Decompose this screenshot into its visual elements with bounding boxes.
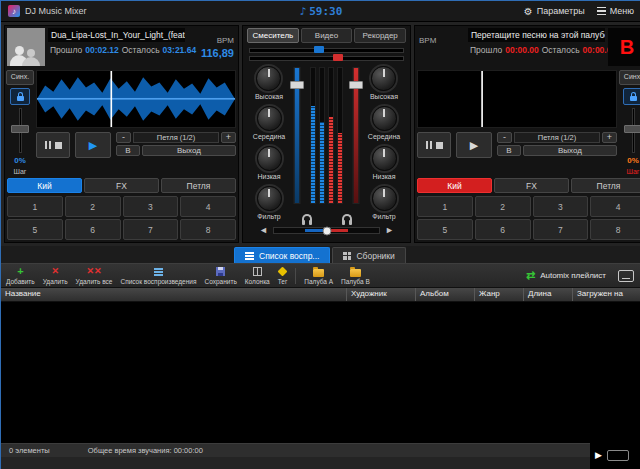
column-button[interactable]: Колонка [245, 267, 270, 285]
deck-b-tab-fx[interactable]: FX [494, 178, 569, 193]
deck-b-gain-slider[interactable] [249, 54, 404, 62]
deck-b-low-knob[interactable] [372, 146, 397, 171]
deck-b-load-button[interactable]: Палуба B [341, 267, 370, 285]
mixer-tab-mixer[interactable]: Смеситель [247, 28, 299, 43]
deck-b-pad-7[interactable]: 7 [533, 219, 589, 240]
crossfader-right-icon[interactable]: ► [385, 226, 394, 235]
deck-a-tab-fx[interactable]: FX [84, 178, 159, 193]
deck-a-pad-6[interactable]: 6 [65, 219, 121, 240]
deck-a-pad-8[interactable]: 8 [180, 219, 236, 240]
deck-b-pad-6[interactable]: 6 [475, 219, 531, 240]
deck-b-mid-knob[interactable] [372, 106, 397, 131]
deck-b-pause-stop-button[interactable] [417, 132, 451, 158]
deck-a-sync-button[interactable]: Синх. [6, 70, 34, 85]
preview-play-icon[interactable]: ▶ [595, 451, 602, 460]
deck-a-pad-3[interactable]: 3 [123, 196, 179, 217]
collections-grid-icon [343, 252, 351, 260]
deck-b-loop-plus-button[interactable]: + [602, 132, 617, 143]
deck-b-pad-2[interactable]: 2 [475, 196, 531, 217]
delete-button[interactable]: ✕ Удалить [43, 267, 68, 285]
deck-a-mid-knob[interactable] [257, 106, 282, 131]
fader-handle[interactable] [290, 81, 304, 89]
fader-handle[interactable] [349, 81, 363, 89]
column-header-loaded[interactable]: Загружен на [573, 288, 640, 301]
deck-b-pad-1[interactable]: 1 [417, 196, 473, 217]
deck-b-loop-in-button[interactable]: В [497, 145, 521, 156]
deck-b-sync-button[interactable]: Синх. [619, 70, 640, 85]
column-header-album[interactable]: Альбом [416, 288, 475, 301]
pause-icon [45, 141, 51, 149]
deck-a-tab-cue[interactable]: Кий [7, 178, 82, 193]
deck-a-keylock-button[interactable] [10, 88, 30, 105]
deck-b-waveform[interactable] [417, 70, 617, 128]
deck-a-loop-minus-button[interactable]: - [116, 132, 131, 143]
deck-a-pad-7[interactable]: 7 [123, 219, 179, 240]
deck-b-high-knob[interactable] [371, 66, 396, 91]
mixer-tab-video[interactable]: Видео [301, 28, 353, 43]
delete-all-x-icon: ✕✕ [86, 267, 101, 276]
column-header-artist[interactable]: Художник [347, 288, 416, 301]
deck-b-load-label: Палуба B [341, 278, 370, 285]
pitch-slider-handle[interactable] [624, 125, 640, 133]
deck-a-pad-5[interactable]: 5 [7, 219, 63, 240]
deck-a-pause-stop-button[interactable] [36, 132, 70, 158]
deck-a-low-knob[interactable] [257, 146, 282, 171]
deck-a-pad-1[interactable]: 1 [7, 196, 63, 217]
deck-a-high-knob[interactable] [256, 66, 281, 91]
deck-b-tab-loop[interactable]: Петля [571, 178, 640, 193]
pitch-slider-handle[interactable] [11, 125, 29, 133]
gain-handle[interactable] [333, 54, 343, 61]
deck-b-loop-out-button[interactable]: Выход [523, 145, 617, 156]
settings-button[interactable]: ⚙ Параметры [524, 6, 585, 17]
deck-b-tab-cue[interactable]: Кий [417, 178, 492, 193]
tag-button[interactable]: Тег [278, 267, 288, 285]
mixer-tab-recorder[interactable]: Рекордер [354, 28, 406, 43]
playlist-list-area[interactable] [1, 302, 640, 443]
deck-a-loop-out-button[interactable]: Выход [142, 145, 236, 156]
deck-b-pitch-slider[interactable] [620, 108, 640, 153]
headphones-icon[interactable] [342, 214, 352, 222]
deck-b-pad-8[interactable]: 8 [590, 219, 640, 240]
column-header-genre[interactable]: Жанр [475, 288, 524, 301]
deck-b-loop-controls: - Петля (1/2) + В Выход [497, 132, 617, 156]
deck-b-pad-3[interactable]: 3 [533, 196, 589, 217]
add-button[interactable]: + Добавить [6, 267, 35, 285]
video-screen-icon[interactable] [618, 270, 634, 282]
menu-button[interactable]: Меню [597, 6, 634, 16]
headphones-icon[interactable] [302, 214, 312, 222]
deck-a-gain-slider[interactable] [249, 46, 404, 54]
deck-b-pad-4[interactable]: 4 [590, 196, 640, 217]
crossfader-handle[interactable] [322, 226, 331, 235]
column-header-length[interactable]: Длина [524, 288, 573, 301]
deck-a-tab-loop[interactable]: Петля [161, 178, 236, 193]
deck-a-pad-4[interactable]: 4 [180, 196, 236, 217]
deck-b-play-button[interactable]: ▶ [456, 132, 492, 158]
app-title: DJ Music Mixer [25, 6, 87, 16]
deck-a-load-button[interactable]: Палуба A [304, 267, 333, 285]
deck-a-pitch-slider[interactable] [7, 108, 33, 153]
save-button[interactable]: Сохранить [204, 267, 236, 285]
deck-a-waveform[interactable] [36, 70, 236, 128]
tab-playlist[interactable]: Список воспр... [234, 247, 330, 263]
tab-collections[interactable]: Сборники [332, 247, 405, 263]
column-header-title[interactable]: Название [1, 288, 347, 301]
deck-a-filter-knob[interactable] [257, 186, 282, 211]
deck-a-volume-fader[interactable] [291, 67, 303, 204]
automix-shuffle-icon[interactable]: ⇄ [526, 270, 535, 281]
deck-a-play-button[interactable]: ▶ [75, 132, 111, 158]
gain-handle[interactable] [314, 46, 324, 53]
deck-b-pad-5[interactable]: 5 [417, 219, 473, 240]
automix-label[interactable]: Automix плейлист [540, 271, 606, 280]
crossfader-left-icon[interactable]: ◄ [259, 226, 268, 235]
deck-b-volume-fader[interactable] [350, 67, 362, 204]
delete-all-button[interactable]: ✕✕ Удалить все [76, 267, 113, 285]
playlist-menu-button[interactable]: Список воспроизведения [120, 267, 196, 285]
deck-a-loop-in-button[interactable]: В [116, 145, 140, 156]
deck-b-loop-minus-button[interactable]: - [497, 132, 512, 143]
vu-meter-a-left [310, 67, 316, 204]
deck-b-keylock-button[interactable] [623, 88, 640, 105]
crossfader[interactable] [273, 227, 380, 234]
deck-b-filter-knob[interactable] [372, 186, 397, 211]
deck-a-loop-plus-button[interactable]: + [221, 132, 236, 143]
deck-a-pad-2[interactable]: 2 [65, 196, 121, 217]
